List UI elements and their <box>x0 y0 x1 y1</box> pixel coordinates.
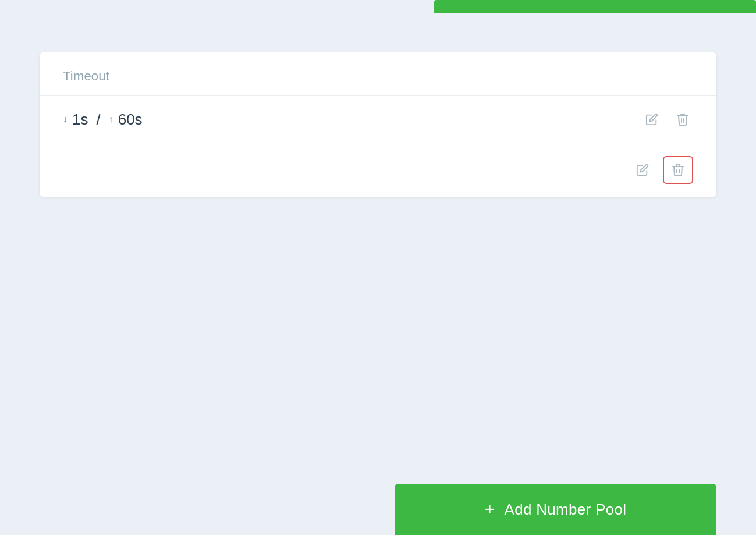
edit-button-row1[interactable] <box>642 109 662 129</box>
card-header: Timeout <box>40 52 716 96</box>
max-value: 60s <box>118 111 143 129</box>
timeout-row-2 <box>40 143 716 197</box>
min-value: 1s <box>72 111 88 129</box>
timeout-row-1: ↓ 1s / ↑ 60s <box>40 96 716 143</box>
add-button-label: Add Number Pool <box>505 501 627 519</box>
delete-button-row1[interactable] <box>672 109 693 130</box>
empty-background <box>0 309 756 484</box>
down-arrow-icon: ↓ <box>63 114 68 125</box>
trash-icon-row2 <box>671 163 685 177</box>
pencil-icon-row2 <box>636 164 649 176</box>
plus-icon: + <box>485 499 495 519</box>
up-arrow-icon: ↑ <box>109 114 113 125</box>
add-number-pool-button[interactable]: + Add Number Pool <box>395 484 716 535</box>
separator: / <box>96 111 100 129</box>
trash-icon <box>676 112 690 126</box>
timeout-values: ↓ 1s / ↑ 60s <box>63 111 642 129</box>
pencil-icon <box>645 113 658 126</box>
edit-button-row2[interactable] <box>633 160 652 180</box>
row-1-actions <box>642 109 693 130</box>
top-green-bar <box>434 0 756 13</box>
main-card: Timeout ↓ 1s / ↑ 60s <box>40 52 716 197</box>
delete-button-row2[interactable] <box>663 156 693 184</box>
timeout-heading: Timeout <box>63 69 109 83</box>
row-2-actions <box>633 156 693 184</box>
